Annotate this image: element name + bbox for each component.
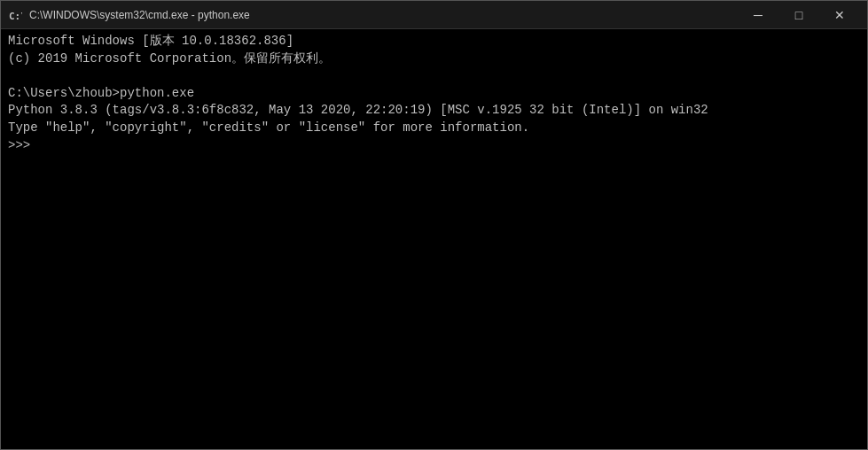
terminal-line-2: (c) 2019 Microsoft Corporation。保留所有权利。 <box>8 50 860 68</box>
terminal-line-3 <box>8 67 860 85</box>
terminal-prompt-line: >>> <box>8 137 860 155</box>
window-controls: ─ □ ✕ <box>738 1 860 29</box>
terminal-prompt: >>> <box>8 137 38 155</box>
terminal-body[interactable]: Microsoft Windows [版本 10.0.18362.836] (c… <box>1 29 867 449</box>
terminal-line-5: Python 3.8.3 (tags/v3.8.3:6f8c832, May 1… <box>8 102 860 120</box>
cmd-window: C:\ C:\WINDOWS\system32\cmd.exe - python… <box>0 0 868 450</box>
window-title: C:\WINDOWS\system32\cmd.exe - python.exe <box>29 9 738 21</box>
maximize-button[interactable]: □ <box>778 1 819 29</box>
titlebar: C:\ C:\WINDOWS\system32\cmd.exe - python… <box>1 1 867 29</box>
terminal-line-6: Type "help", "copyright", "credits" or "… <box>8 120 860 137</box>
svg-text:C:\: C:\ <box>9 11 22 22</box>
cmd-icon: C:\ <box>8 8 22 22</box>
terminal-line-1: Microsoft Windows [版本 10.0.18362.836] <box>8 33 860 50</box>
terminal-line-4: C:\Users\zhoub>python.exe <box>8 85 860 103</box>
close-button[interactable]: ✕ <box>819 1 860 29</box>
minimize-button[interactable]: ─ <box>738 1 778 29</box>
